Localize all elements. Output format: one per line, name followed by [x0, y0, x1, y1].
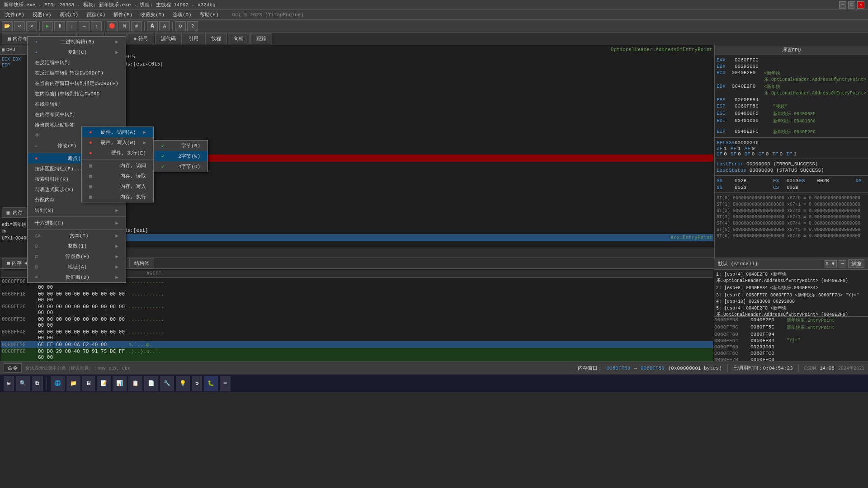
mem-row-selected[interactable]: 0060FF586E FF 60 00 0A E2 40 00 n.`...@. — [1, 341, 713, 348]
stack-memory-panel[interactable]: 0060FF580040E2F0新年快乐.EntryPoint 0060FF5C… — [714, 316, 868, 361]
bp-hardware-access[interactable]: ● 硬件, 访问(A) ▶ — [82, 127, 153, 137]
tb-settings[interactable]: ⚙ — [175, 21, 186, 31]
maximize-button[interactable]: □ — [848, 1, 855, 9]
tb-asm[interactable]: # — [131, 21, 142, 31]
close-button[interactable]: ✕ — [857, 1, 864, 9]
tab-symbols[interactable]: ◈ 符号 — [127, 33, 154, 44]
tb-step-into[interactable]: ↓ — [66, 21, 77, 31]
bp-mem-write[interactable]: ▦ 内存, 写入 — [82, 181, 153, 192]
ctx-address[interactable]: @ 地址(A) ▶ — [28, 262, 126, 272]
mem-row[interactable]: 0060FF1800 00 00 00 00 00 00 00 00 00 00… — [1, 291, 713, 303]
memory-tab-label[interactable]: ▦ 内存 — [2, 207, 27, 218]
taskbar-app-terminal[interactable]: 🖥 — [82, 376, 95, 391]
ctx-text[interactable]: Aa 文本(T) ▶ — [28, 230, 126, 241]
disasm-row[interactable]: nop — [30, 89, 713, 97]
disasm-row[interactable]: 0040E2F8 push edi — [30, 68, 713, 75]
stack-minus[interactable]: ─ — [839, 260, 846, 267]
mem-row[interactable]: 0060FF6800 D0 29 00 40 7D 91 75 DC FF 60… — [1, 348, 713, 361]
disasm-row[interactable]: jne 新年快乐.40E328 — [30, 220, 713, 227]
btab-struct[interactable]: 结构体 — [129, 258, 154, 268]
ctx-goto-maplayout[interactable]: 在内存布局中转到 — [28, 109, 126, 120]
tab-source[interactable]: 源代码 — [155, 33, 182, 44]
disasm-row[interactable]: add ebx, ebx — [30, 212, 713, 220]
tab-trace[interactable]: 跟踪 — [250, 33, 272, 44]
disasm-row[interactable]: jmp 新年快乐.40E312 — [30, 82, 713, 89]
mem-row[interactable]: 0060FF4800 00 00 00 00 00 00 00 00 00 00… — [1, 328, 713, 341]
search-button[interactable]: 🔍 — [16, 376, 30, 391]
disasm-row[interactable]: nop — [30, 104, 713, 111]
tb-step-out[interactable]: ↑ — [91, 21, 102, 31]
tb-pause[interactable]: ⏸ — [54, 21, 65, 31]
access-word[interactable]: ✔ 2字节(W) — [154, 151, 208, 161]
bp-mem-read[interactable]: ▦ 内存, 读取 — [82, 171, 153, 181]
mem-row[interactable]: 0060FF78FF DB 3C 59 40 7D 91 75 48 B7 FA… — [1, 361, 713, 361]
ctx-goto-disasm-dword[interactable]: 在反汇编中转到指定DWORD(F) — [28, 68, 126, 78]
stack-dropdown[interactable]: 5 ▼ — [824, 260, 837, 267]
ctx-hex[interactable]: 十六进制(H) ▶ — [28, 218, 126, 228]
stack-unwind[interactable]: 解缠 — [848, 259, 864, 268]
taskbar-app-ppt[interactable]: 📋 — [128, 376, 142, 391]
mem-row[interactable]: 0060FF2800 00 00 00 00 00 00 00 00 00 00… — [1, 303, 713, 316]
disasm-row[interactable]: 快乐.40E320 — [30, 241, 713, 248]
ctx-goto-disasm[interactable]: 在反汇编中转到 — [28, 57, 126, 68]
tb-bp[interactable]: 🔴 — [107, 21, 118, 31]
status-mem-from[interactable]: 0060FF58 — [606, 366, 630, 371]
bp-hardware-exec[interactable]: ● 硬件, 执行(E) — [82, 148, 153, 158]
taskbar-app-excel[interactable]: 📊 — [113, 376, 127, 391]
menu-favorites[interactable]: 收藏夹(T) — [137, 10, 168, 19]
ctx-disasm[interactable]: ⇌ 反汇编(D) ▶ — [28, 272, 126, 282]
taskbar-app4[interactable]: ⚙ — [192, 376, 202, 391]
disasm-row[interactable]: mov ebx, dword ptr ds:[esi] — [30, 227, 713, 234]
disasm-row[interactable]: nop — [30, 118, 713, 126]
taskview-button[interactable]: ⧉ — [32, 376, 43, 391]
ctx-binary-edit[interactable]: ▪ 二进制编辑(B) ▶ — [28, 37, 126, 47]
access-byte[interactable]: ✔ 字节(B) — [154, 141, 208, 151]
tb-mem[interactable]: M — [119, 21, 130, 31]
taskbar-app-files[interactable]: 📁 — [66, 376, 80, 391]
ctx-goto-memwin[interactable]: 在当前内存窗口中转到指定DWORD(F) — [28, 78, 126, 89]
mem-row[interactable]: 0060FF3800 00 00 00 00 00 00 00 00 00 00… — [1, 316, 713, 328]
bp-mem-access[interactable]: ▦ 内存, 访问 — [82, 160, 153, 171]
disasm-row[interactable]: 0040E2ED mov esi, 新年快乐.40D015 — [30, 53, 713, 61]
ctx-goto[interactable]: 转到(G) ▶ — [28, 205, 126, 216]
tb-restart[interactable]: ↩ — [14, 21, 25, 31]
menu-plugins[interactable]: 插件(P) — [110, 10, 136, 19]
taskbar-app-chrome[interactable]: 🌐 — [51, 376, 65, 391]
menu-options[interactable]: 选项(O) — [169, 10, 195, 19]
ctx-integer[interactable]: 0 整数(I) ▶ — [28, 241, 126, 251]
menu-help[interactable]: 帮助(H) — [196, 10, 222, 19]
stack-entries[interactable]: 1: [esp+4] 0040E2F0 <新年快乐.OptionalHeader… — [714, 270, 868, 316]
bp-hardware-write[interactable]: ● 硬件, 写入(W) ▶ — [82, 137, 153, 148]
disasm-row[interactable]: nop — [30, 97, 713, 104]
start-button[interactable]: ⊞ — [4, 376, 14, 391]
tab-handles[interactable]: 句柄 — [228, 33, 250, 44]
ctx-goto-online[interactable]: 在线中转到 — [28, 99, 126, 109]
taskbar-app2[interactable]: 🔧 — [160, 376, 174, 391]
tab-threads[interactable]: 线程 — [205, 33, 227, 44]
tab-references[interactable]: 引用 — [183, 33, 204, 44]
bp-mem-exec[interactable]: ▦ 内存, 执行 — [82, 192, 153, 202]
tb-font-a2[interactable]: A — [159, 21, 170, 31]
menu-trace[interactable]: 跟踪(X) — [83, 10, 109, 19]
menu-view[interactable]: 视图(V) — [29, 10, 55, 19]
ctx-goto-mem[interactable]: 在内存窗口中转到指定DWORD — [28, 89, 126, 99]
tb-run[interactable]: ▶ — [42, 21, 53, 31]
ctx-float[interactable]: π 浮点数(F) ▶ — [28, 251, 126, 262]
taskbar-app-note[interactable]: 📝 — [97, 376, 111, 391]
menu-file[interactable]: 文件(F) — [2, 10, 28, 19]
tb-step-over[interactable]: → — [79, 21, 90, 31]
tb-open[interactable]: 📂 — [2, 21, 13, 31]
tb-close[interactable]: ✕ — [26, 21, 37, 31]
memory-tab[interactable]: ▦ 内存 — [0, 206, 29, 220]
taskbar-app-word[interactable]: 📄 — [144, 376, 158, 391]
taskbar-dbg[interactable]: 🐛 — [204, 376, 218, 391]
tb-font-a[interactable]: A — [147, 21, 158, 31]
disasm-row[interactable]: nop — [30, 111, 713, 118]
access-dword[interactable]: ✔ 4字节(D) — [154, 161, 208, 172]
ctx-copy[interactable]: ▪ 复制(C) ▶ — [28, 47, 126, 57]
taskbar-app3[interactable]: 💡 — [176, 376, 190, 391]
cpu-tab[interactable]: ▦ CPU — [0, 45, 29, 55]
disasm-row[interactable]: mov eax, 1 — [30, 205, 713, 212]
status-mem-to[interactable]: 0060FF58 — [641, 366, 665, 371]
disasm-row[interactable]: 0040E2EC pushad OptionalHeader.AddressOf… — [30, 46, 713, 53]
